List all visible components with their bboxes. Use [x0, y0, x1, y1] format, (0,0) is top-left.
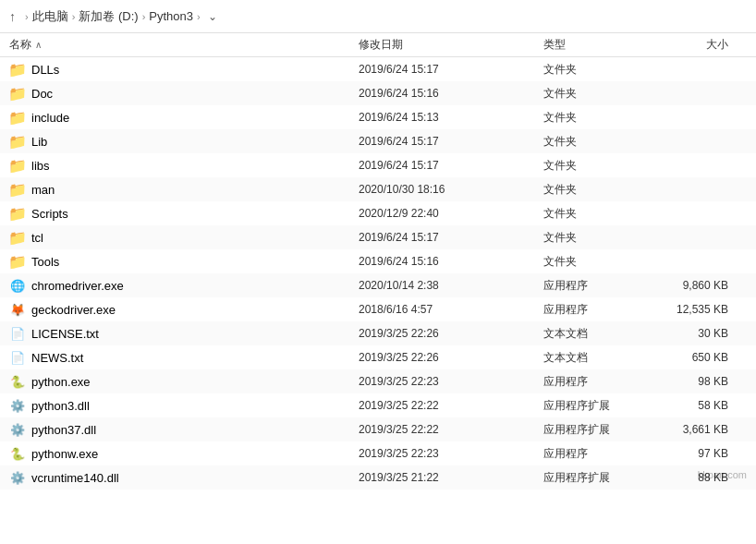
file-name-cell: 📁 Doc [9, 86, 359, 101]
file-type-cell: 文件夹 [543, 182, 654, 198]
file-icon: 🌐 [9, 278, 26, 293]
breadcrumb-drive[interactable]: 新加卷 (D:) [79, 8, 138, 25]
file-icon: 📄 [9, 326, 26, 341]
col-header-date[interactable]: 修改日期 [359, 37, 543, 53]
table-row[interactable]: 🐍 python.exe 2019/3/25 22:23 应用程序 98 KB [0, 369, 756, 393]
file-rows-container: 📁 DLLs 2019/6/24 15:17 文件夹 📁 Doc 2019/6/… [0, 57, 756, 490]
col-header-size[interactable]: 大小 [654, 37, 747, 53]
file-size-cell: 30 KB [654, 327, 747, 340]
table-row[interactable]: 📄 NEWS.txt 2019/3/25 22:26 文本文档 650 KB [0, 345, 756, 369]
file-type-cell: 应用程序 [543, 446, 654, 462]
file-type-cell: 文本文档 [543, 326, 654, 342]
table-row[interactable]: 📁 Scripts 2020/12/9 22:40 文件夹 [0, 201, 756, 225]
file-icon: 📁 [9, 62, 26, 77]
python3-label: Python3 [149, 9, 193, 23]
file-name-label: python37.dll [31, 423, 96, 437]
file-name-label: LICENSE.txt [31, 327, 99, 341]
table-row[interactable]: 📁 DLLs 2019/6/24 15:17 文件夹 [0, 57, 756, 81]
file-name-cell: 🦊 geckodriver.exe [9, 302, 359, 317]
file-name-cell: ⚙️ python37.dll [9, 422, 359, 437]
table-row[interactable]: 📁 libs 2019/6/24 15:17 文件夹 [0, 153, 756, 177]
file-icon: 📁 [9, 206, 26, 221]
file-size-cell: 58 KB [654, 399, 747, 412]
file-icon: 🐍 [9, 374, 26, 389]
file-icon: 📁 [9, 158, 26, 173]
file-name-label: man [31, 183, 55, 197]
file-name-cell: 📄 LICENSE.txt [9, 326, 359, 341]
thispc-label: 此电脑 [32, 8, 68, 25]
file-name-cell: 🌐 chromedriver.exe [9, 278, 359, 293]
table-row[interactable]: 📁 Tools 2019/6/24 15:16 文件夹 [0, 249, 756, 273]
file-name-label: Scripts [31, 207, 68, 221]
file-type-cell: 应用程序扩展 [543, 422, 654, 438]
drive-label: 新加卷 (D:) [79, 8, 138, 25]
file-name-cell: 📄 NEWS.txt [9, 350, 359, 365]
table-row[interactable]: ⚙️ vcruntime140.dll 2019/3/25 21:22 应用程序… [0, 465, 756, 490]
breadcrumb-thispc[interactable]: 此电脑 [32, 8, 68, 25]
file-name-label: python3.dll [31, 399, 90, 413]
file-name-label: include [31, 111, 69, 125]
file-size-cell: 12,535 KB [654, 303, 747, 316]
address-bar: ↑ › 此电脑 › 新加卷 (D:) › Python3 › ⌄ [0, 0, 756, 33]
breadcrumb-python3[interactable]: Python3 [149, 9, 193, 23]
table-row[interactable]: 📁 Doc 2019/6/24 15:16 文件夹 [0, 81, 756, 105]
file-name-cell: 📁 include [9, 110, 359, 125]
table-row[interactable]: 📁 Lib 2019/6/24 15:17 文件夹 [0, 129, 756, 153]
file-date-cell: 2019/3/25 22:23 [359, 447, 543, 460]
col-header-name[interactable]: 名称 ∧ [9, 37, 359, 53]
file-icon: 📁 [9, 86, 26, 101]
file-icon: 📁 [9, 134, 26, 149]
file-name-cell: 📁 man [9, 182, 359, 197]
file-date-cell: 2019/3/25 21:22 [359, 471, 543, 484]
file-name-label: Doc [31, 87, 53, 101]
file-icon: 📁 [9, 230, 26, 245]
file-icon: 🦊 [9, 302, 26, 317]
table-row[interactable]: 📁 include 2019/6/24 15:13 文件夹 [0, 105, 756, 129]
file-date-cell: 2019/6/24 15:13 [359, 111, 543, 124]
file-icon: ⚙️ [9, 422, 26, 437]
file-size-cell: 3,661 KB [654, 423, 747, 436]
table-row[interactable]: ⚙️ python37.dll 2019/3/25 22:22 应用程序扩展 3… [0, 417, 756, 441]
file-date-cell: 2019/6/24 15:17 [359, 135, 543, 148]
file-icon: 📁 [9, 110, 26, 125]
col-header-type[interactable]: 类型 [543, 37, 654, 53]
table-row[interactable]: 🦊 geckodriver.exe 2018/6/16 4:57 应用程序 12… [0, 297, 756, 321]
table-row[interactable]: 📁 man 2020/10/30 18:16 文件夹 [0, 177, 756, 201]
file-date-cell: 2019/6/24 15:17 [359, 63, 543, 76]
table-row[interactable]: 🐍 pythonw.exe 2019/3/25 22:23 应用程序 97 KB [0, 441, 756, 465]
file-type-cell: 文件夹 [543, 230, 654, 246]
file-type-cell: 文件夹 [543, 206, 654, 222]
table-row[interactable]: 🌐 chromedriver.exe 2020/10/14 2:38 应用程序 … [0, 273, 756, 297]
file-type-cell: 文件夹 [543, 134, 654, 150]
file-type-cell: 应用程序扩展 [543, 470, 654, 486]
file-date-cell: 2019/6/24 15:16 [359, 87, 543, 100]
file-date-cell: 2020/10/14 2:38 [359, 279, 543, 292]
file-name-label: Tools [31, 255, 59, 269]
file-list: 名称 ∧ 修改日期 类型 大小 📁 DLLs 2019/6/24 15:17 文… [0, 33, 756, 490]
table-row[interactable]: 📁 tcl 2019/6/24 15:17 文件夹 [0, 225, 756, 249]
file-name-label: DLLs [31, 63, 59, 77]
file-name-label: libs [31, 159, 50, 173]
file-date-cell: 2019/3/25 22:23 [359, 375, 543, 388]
file-name-label: python.exe [31, 375, 91, 389]
nav-up-icon[interactable]: ↑ [9, 9, 16, 24]
file-type-cell: 文件夹 [543, 254, 654, 270]
file-name-label: pythonw.exe [31, 447, 98, 461]
file-icon: 🐍 [9, 446, 26, 461]
file-name-cell: 📁 libs [9, 158, 359, 173]
file-name-label: vcruntime140.dll [31, 471, 119, 485]
breadcrumb-separator-home: › [25, 11, 29, 22]
file-name-cell: 🐍 python.exe [9, 374, 359, 389]
table-row[interactable]: 📄 LICENSE.txt 2019/3/25 22:26 文本文档 30 KB [0, 321, 756, 345]
file-icon: 📁 [9, 254, 26, 269]
file-list-header[interactable]: 名称 ∧ 修改日期 类型 大小 [0, 33, 756, 57]
file-size-cell: 98 KB [654, 375, 747, 388]
file-name-label: NEWS.txt [31, 351, 83, 365]
file-size-cell: 9,860 KB [654, 279, 747, 292]
file-type-cell: 应用程序 [543, 302, 654, 318]
table-row[interactable]: ⚙️ python3.dll 2019/3/25 22:22 应用程序扩展 58… [0, 393, 756, 417]
file-name-label: chromedriver.exe [31, 279, 124, 293]
file-icon: 📄 [9, 350, 26, 365]
file-date-cell: 2020/10/30 18:16 [359, 183, 543, 196]
breadcrumb-dropdown-icon[interactable]: ⌄ [208, 10, 217, 23]
